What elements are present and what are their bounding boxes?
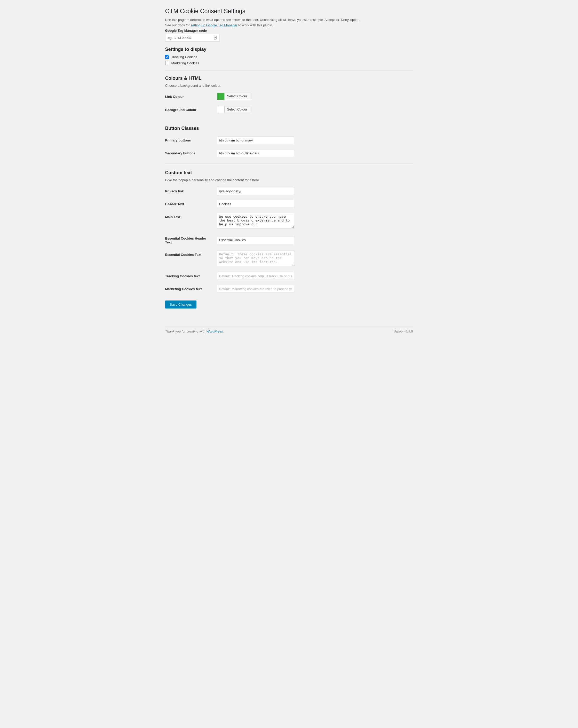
essential-text-row: Essential Cookies Text [165, 248, 413, 269]
colours-subtitle: Choose a background and link colour. [165, 84, 413, 87]
essential-text-input[interactable] [217, 251, 294, 266]
divider-1 [165, 70, 413, 71]
tracking-cookies-label[interactable]: Tracking Cookies [172, 55, 197, 59]
settings-display-checkboxes: Tracking Cookies Marketing Cookies [165, 55, 413, 65]
gtm-input-icon[interactable] [212, 34, 220, 42]
footer-text: Thank you for creating with WordPress. [165, 330, 224, 333]
custom-text-table: Privacy link Header Text Main Text We us… [165, 185, 413, 295]
link-colour-label: Link Colour [165, 90, 217, 103]
header-text-label: Header Text [165, 198, 217, 210]
header-text-input[interactable] [217, 200, 294, 208]
essential-text-cell [217, 248, 413, 269]
marketing-text-input[interactable] [217, 285, 294, 293]
description-2-prefix: See our docs for [165, 23, 191, 27]
privacy-link-cell [217, 185, 413, 198]
bg-colour-swatch [217, 106, 225, 113]
custom-text-subtitle: Give the popup a personality and change … [165, 178, 413, 182]
tracking-cookies-checkbox[interactable] [165, 55, 169, 59]
gtm-input[interactable] [165, 34, 212, 42]
privacy-link-row: Privacy link [165, 185, 413, 198]
marketing-text-label: Marketing Cookies text [165, 282, 217, 295]
primary-buttons-row: Primary buttons [165, 134, 413, 147]
page-title: GTM Cookie Consent Settings [165, 8, 413, 15]
secondary-buttons-label: Secondary buttons [165, 147, 217, 159]
marketing-cookies-label[interactable]: Marketing Cookies [172, 61, 199, 65]
header-text-cell [217, 198, 413, 210]
divider-2 [165, 165, 413, 165]
colours-table: Link Colour Select Colour Background Col… [165, 90, 413, 116]
link-colour-picker[interactable]: Select Colour [217, 93, 250, 100]
essential-header-label: Essential Cookies HeaderText [165, 232, 217, 248]
essential-header-input[interactable] [217, 236, 294, 244]
button-classes-table: Primary buttons Secondary buttons [165, 134, 413, 159]
link-colour-controls: Select Colour [217, 90, 413, 103]
tracking-text-row: Tracking Cookies text [165, 269, 413, 282]
tracking-text-cell [217, 269, 413, 282]
primary-buttons-cell [217, 134, 413, 147]
marketing-cookies-checkbox[interactable] [165, 61, 169, 65]
bg-colour-label: Background Colour [165, 103, 217, 116]
tracking-cookies-item: Tracking Cookies [165, 55, 413, 59]
description-2: See our docs for setting up Google Tag M… [165, 23, 413, 27]
gtm-docs-link[interactable]: setting up Google Tag Manager [191, 23, 237, 27]
header-text-row: Header Text [165, 198, 413, 210]
essential-header-cell [217, 232, 413, 248]
button-classes-title: Button Classes [165, 126, 413, 131]
link-colour-swatch [217, 93, 225, 100]
marketing-text-row: Marketing Cookies text [165, 282, 413, 295]
colours-title: Colours & HTML [165, 76, 413, 81]
settings-display-title: Settings to display [165, 47, 413, 52]
essential-text-label: Essential Cookies Text [165, 248, 217, 269]
primary-buttons-input[interactable] [217, 136, 294, 144]
essential-header-row: Essential Cookies HeaderText [165, 232, 413, 248]
secondary-buttons-input[interactable] [217, 149, 294, 157]
secondary-buttons-row: Secondary buttons [165, 147, 413, 159]
save-changes-button[interactable]: Save Changes [165, 301, 196, 309]
bg-colour-row: Background Colour Select Colour [165, 103, 413, 116]
link-colour-button[interactable]: Select Colour [225, 93, 250, 100]
tracking-text-label: Tracking Cookies text [165, 269, 217, 282]
description-1: Use this page to determine what options … [165, 18, 413, 22]
privacy-link-input[interactable] [217, 187, 294, 195]
main-text-input[interactable]: We use cookies to ensure you have the be… [217, 213, 294, 229]
marketing-cookies-item: Marketing Cookies [165, 61, 413, 65]
document-icon [214, 36, 217, 40]
bg-colour-picker[interactable]: Select Colour [217, 106, 250, 113]
main-text-row: Main Text We use cookies to ensure you h… [165, 210, 413, 232]
secondary-buttons-cell [217, 147, 413, 159]
footer-prefix: Thank you for creating with [165, 330, 207, 333]
link-colour-row: Link Colour Select Colour [165, 90, 413, 103]
main-text-cell: We use cookies to ensure you have the be… [217, 210, 413, 232]
privacy-link-label: Privacy link [165, 185, 217, 198]
tracking-text-input[interactable] [217, 272, 294, 280]
primary-buttons-label: Primary buttons [165, 134, 217, 147]
footer: Thank you for creating with WordPress. V… [165, 327, 413, 333]
bg-colour-controls: Select Colour [217, 103, 413, 116]
wordpress-link[interactable]: WordPress [206, 330, 223, 333]
custom-text-title: Custom text [165, 170, 413, 176]
marketing-text-cell [217, 282, 413, 295]
bg-colour-button[interactable]: Select Colour [225, 106, 250, 113]
gtm-label: Google Tag Manager code [165, 29, 413, 32]
footer-version: Version 4.9.8 [393, 330, 413, 333]
description-2-suffix: to work with this plugin. [237, 23, 273, 27]
main-text-label: Main Text [165, 210, 217, 232]
